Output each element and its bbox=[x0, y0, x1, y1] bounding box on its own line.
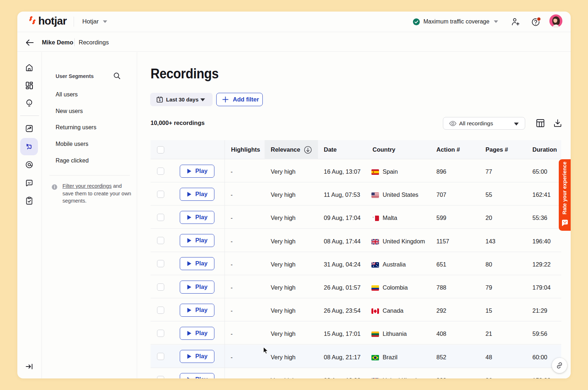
svg-text:1: 1 bbox=[159, 98, 161, 102]
